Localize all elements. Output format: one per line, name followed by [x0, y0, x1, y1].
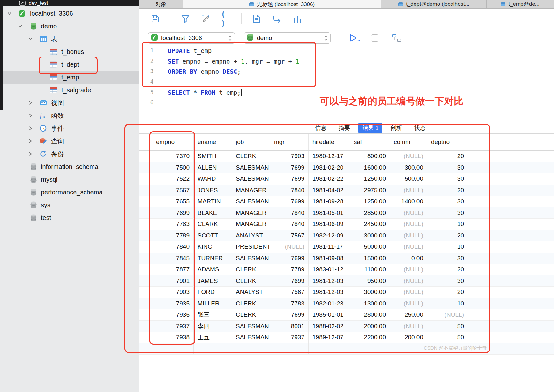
chevron-down-icon[interactable] [18, 24, 22, 28]
cell-empno[interactable]: 7901 [139, 275, 194, 287]
cell-job[interactable]: SALESMAN [232, 321, 270, 332]
cell-hiredate[interactable]: 1981-05-01 [309, 207, 350, 219]
cell-deptno[interactable]: 10 [427, 241, 468, 253]
cell-sal[interactable]: 2975.00 [350, 185, 390, 196]
sidebar-item-t-bonus[interactable]: t_bonus [0, 45, 139, 58]
cell-comm[interactable]: (NULL) [390, 230, 427, 241]
cell-sal[interactable]: 1500.00 [350, 253, 390, 264]
sidebar-item-t-emp[interactable]: t_emp [0, 71, 139, 84]
table-row[interactable]: 7903FORDANALYST75671981-12-033000.00(NUL… [139, 287, 554, 298]
cell-ename[interactable]: 王五 [194, 332, 232, 343]
result-tab-summary[interactable]: 摘要 [335, 123, 354, 133]
cell-comm[interactable]: (NULL) [390, 185, 427, 196]
cell-empno[interactable]: 7840 [139, 241, 194, 253]
cell-mgr[interactable]: 7789 [270, 264, 309, 275]
cell-sal[interactable]: 5000.00 [350, 241, 390, 253]
cell-hiredate[interactable]: 1981-12-03 [309, 275, 350, 287]
text-button[interactable] [251, 13, 262, 24]
cell-mgr[interactable]: 7840 [270, 185, 309, 196]
cell-comm[interactable]: (NULL) [390, 321, 427, 332]
chevron-down-icon[interactable] [28, 37, 33, 41]
cell-mgr[interactable]: 7699 [270, 253, 309, 264]
cell-comm[interactable]: 500.00 [390, 173, 427, 185]
cell-hiredate[interactable]: 1981-02-20 [309, 162, 350, 173]
beautify-sql-button[interactable] [180, 13, 191, 24]
cell-ename[interactable]: SMITH [194, 151, 232, 162]
cell-comm[interactable]: 1400.00 [390, 196, 427, 207]
cell-deptno[interactable]: 20 [427, 287, 468, 298]
cell-ename[interactable]: 张三 [194, 309, 232, 320]
cell-empno[interactable]: 7699 [139, 207, 194, 219]
cell-job[interactable]: CLERK [232, 298, 270, 309]
table-row[interactable]: 7567JONESMANAGER78401981-04-022975.00(NU… [139, 185, 554, 196]
cell-mgr[interactable]: (NULL) [270, 241, 309, 253]
cell-mgr[interactable]: 7699 [270, 275, 309, 287]
cell-mgr[interactable]: 7937 [270, 332, 309, 343]
cell-ename[interactable]: MARTIN [194, 196, 232, 207]
cell-empno[interactable]: 7938 [139, 332, 194, 343]
cell-comm[interactable]: (NULL) [390, 264, 427, 275]
cell-comm[interactable]: 300.00 [390, 162, 427, 173]
cell-sal[interactable]: 950.00 [350, 275, 390, 287]
cell-comm[interactable]: (NULL) [390, 207, 427, 219]
code-completion-button[interactable] [200, 13, 211, 24]
cell-empno[interactable]: 7877 [139, 264, 194, 275]
sidebar-item-performance-schema[interactable]: performance_schema [0, 186, 139, 199]
sidebar-item-information-schema[interactable]: information_schema [0, 160, 139, 173]
cell-ename[interactable]: SCOTT [194, 230, 232, 241]
cell-empno[interactable]: 7903 [139, 287, 194, 298]
sidebar-item-views[interactable]: 视图 [0, 96, 139, 109]
cell-sal[interactable]: 2200.00 [350, 332, 390, 343]
run-query-button[interactable] [348, 33, 358, 43]
cell-mgr[interactable]: 7783 [270, 298, 309, 309]
result-tab-result1[interactable]: 结果 1 [358, 123, 382, 133]
chevron-down-icon[interactable] [7, 11, 11, 16]
sidebar-item-events[interactable]: 事件 [0, 122, 139, 135]
chevron-right-icon[interactable] [28, 126, 33, 131]
cell-mgr[interactable]: 7840 [270, 207, 309, 219]
cell-comm[interactable]: 200.00 [390, 332, 427, 343]
cell-ename[interactable]: CLARK [194, 219, 232, 230]
cell-hiredate[interactable]: 1981-12-03 [309, 287, 350, 298]
cell-ename[interactable]: KING [194, 241, 232, 253]
cell-deptno[interactable]: 30 [427, 162, 468, 173]
cell-deptno[interactable]: 10 [427, 298, 468, 309]
cell-mgr[interactable]: 7699 [270, 309, 309, 320]
cell-job[interactable]: MANAGER [232, 185, 270, 196]
cell-deptno[interactable]: 20 [427, 151, 468, 162]
cell-hiredate[interactable]: 1980-12-17 [309, 151, 350, 162]
sidebar-item-dev-test[interactable]: dev_test [29, 0, 48, 6]
sidebar-item-t-dept[interactable]: t_dept [0, 58, 139, 71]
table-row[interactable]: 7936张三CLERK76991985-01-012800.00250.00(N… [139, 309, 554, 321]
column-header-ename[interactable]: ename [194, 134, 232, 150]
cell-mgr[interactable]: 7903 [270, 151, 309, 162]
sidebar-item-sys[interactable]: sys [0, 199, 139, 211]
table-row[interactable]: 7699BLAKEMANAGER78401981-05-012850.00(NU… [139, 207, 554, 219]
cell-sal[interactable]: 2000.00 [350, 321, 390, 332]
cell-job[interactable]: CLERK [232, 309, 270, 320]
cell-hiredate[interactable]: 1981-02-22 [309, 173, 350, 185]
cell-deptno[interactable]: 30 [427, 253, 468, 264]
cell-hiredate[interactable]: 1985-01-01 [309, 309, 350, 320]
cell-mgr[interactable]: 7699 [270, 173, 309, 185]
cell-job[interactable]: SALESMAN [232, 173, 270, 185]
column-header-comm[interactable]: comm [390, 134, 427, 150]
result-tab-info[interactable]: 信息 [311, 123, 330, 133]
cell-deptno[interactable]: 10 [427, 219, 468, 230]
table-row[interactable]: 7522WARDSALESMAN76991981-02-221250.00500… [139, 173, 554, 185]
cell-hiredate[interactable]: 1983-01-12 [309, 264, 350, 275]
cell-job[interactable]: CLERK [232, 275, 270, 287]
tab-t-dept[interactable]: t_dept@demo (localhost... [381, 0, 487, 8]
sidebar-item-localhost-3306[interactable]: localhost_3306 [0, 7, 139, 20]
cell-hiredate[interactable]: 1982-01-23 [309, 298, 350, 309]
cell-comm[interactable]: (NULL) [390, 275, 427, 287]
cell-sal[interactable]: 3000.00 [350, 287, 390, 298]
cell-sal[interactable]: 1100.00 [350, 264, 390, 275]
chevron-right-icon[interactable] [28, 152, 33, 156]
cell-mgr[interactable]: 7840 [270, 219, 309, 230]
cell-mgr[interactable]: 8001 [270, 321, 309, 332]
cell-ename[interactable]: MILLER [194, 298, 232, 309]
cell-comm[interactable]: (NULL) [390, 241, 427, 253]
cell-empno[interactable]: 7522 [139, 173, 194, 185]
cell-mgr[interactable]: 7699 [270, 162, 309, 173]
